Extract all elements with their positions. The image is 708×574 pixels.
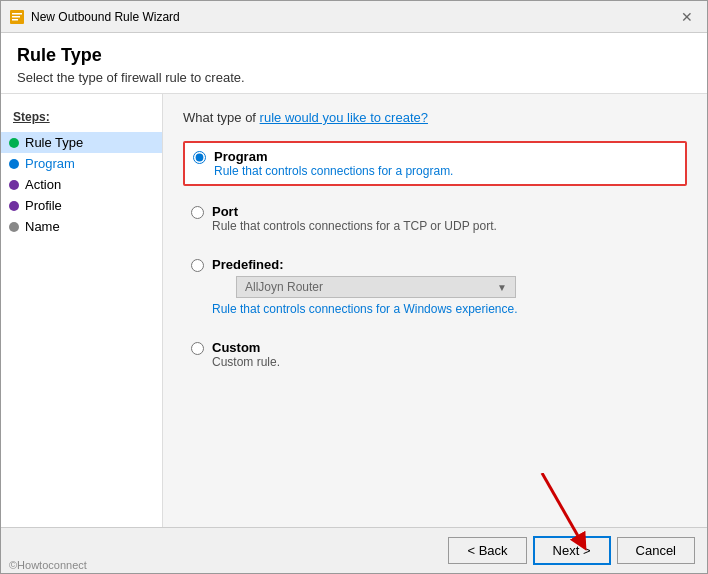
sidebar: Steps: Rule Type Program Action Profile … xyxy=(1,94,163,527)
option-port: Port Rule that controls connections for … xyxy=(183,198,687,239)
option-custom-desc: Custom rule. xyxy=(212,355,280,369)
footer: ©Howtoconnect < Back Next > Cancel xyxy=(1,527,707,573)
sidebar-label-action: Action xyxy=(25,177,61,192)
title-bar: New Outbound Rule Wizard ✕ xyxy=(1,1,707,33)
header-area: Rule Type Select the type of firewall ru… xyxy=(1,33,707,94)
option-group: Program Rule that controls connections f… xyxy=(183,141,687,375)
next-button[interactable]: Next > xyxy=(533,536,611,565)
wizard-window: New Outbound Rule Wizard ✕ Rule Type Sel… xyxy=(0,0,708,574)
option-predefined-desc: Rule that controls connections for a Win… xyxy=(212,302,518,316)
predefined-select: AllJoyn Router ▼ xyxy=(236,276,518,298)
sidebar-item-action[interactable]: Action xyxy=(1,174,162,195)
option-custom-label: Custom xyxy=(212,340,280,355)
option-port-desc: Rule that controls connections for a TCP… xyxy=(212,219,497,233)
option-predefined-label: Predefined: xyxy=(212,257,518,272)
radio-port[interactable] xyxy=(191,206,204,219)
option-predefined-content: Predefined: AllJoyn Router ▼ Rule that c… xyxy=(212,257,518,316)
option-port-label: Port xyxy=(212,204,497,219)
content-area: Steps: Rule Type Program Action Profile … xyxy=(1,94,707,527)
option-program-content: Program Rule that controls connections f… xyxy=(214,149,453,178)
sidebar-label-profile: Profile xyxy=(25,198,62,213)
svg-rect-3 xyxy=(12,19,18,21)
windows-link: Windows xyxy=(403,302,452,316)
sidebar-item-rule-type[interactable]: Rule Type xyxy=(1,132,162,153)
radio-program[interactable] xyxy=(193,151,206,164)
step-indicator-program xyxy=(9,159,19,169)
sidebar-item-profile[interactable]: Profile xyxy=(1,195,162,216)
cancel-button[interactable]: Cancel xyxy=(617,537,695,564)
predefined-dropdown-value: AllJoyn Router xyxy=(245,280,323,294)
svg-rect-1 xyxy=(12,13,22,15)
sidebar-label-rule-type: Rule Type xyxy=(25,135,83,150)
option-custom: Custom Custom rule. xyxy=(183,334,687,375)
option-custom-content: Custom Custom rule. xyxy=(212,340,280,369)
radio-predefined[interactable] xyxy=(191,259,204,272)
question-highlight: rule would you like to create? xyxy=(260,110,428,125)
window-icon xyxy=(9,9,25,25)
option-program: Program Rule that controls connections f… xyxy=(183,141,687,186)
sidebar-item-program[interactable]: Program xyxy=(1,153,162,174)
page-subtitle: Select the type of firewall rule to crea… xyxy=(17,70,691,85)
sidebar-label-program: Program xyxy=(25,156,75,171)
predefined-dropdown[interactable]: AllJoyn Router ▼ xyxy=(236,276,516,298)
step-indicator-rule-type xyxy=(9,138,19,148)
svg-rect-2 xyxy=(12,16,20,18)
main-panel: What type of rule would you like to crea… xyxy=(163,94,707,527)
step-indicator-profile xyxy=(9,201,19,211)
steps-label: Steps: xyxy=(1,106,162,132)
radio-custom[interactable] xyxy=(191,342,204,355)
option-program-desc: Rule that controls connections for a pro… xyxy=(214,164,453,178)
back-button[interactable]: < Back xyxy=(448,537,526,564)
chevron-down-icon: ▼ xyxy=(497,282,507,293)
close-button[interactable]: ✕ xyxy=(675,5,699,29)
step-indicator-action xyxy=(9,180,19,190)
option-port-content: Port Rule that controls connections for … xyxy=(212,204,497,233)
option-predefined: Predefined: AllJoyn Router ▼ Rule that c… xyxy=(183,251,687,322)
page-title: Rule Type xyxy=(17,45,691,66)
step-indicator-name xyxy=(9,222,19,232)
option-program-label: Program xyxy=(214,149,453,164)
watermark: ©Howtoconnect xyxy=(9,559,87,571)
window-title: New Outbound Rule Wizard xyxy=(31,10,675,24)
question-text: What type of rule would you like to crea… xyxy=(183,110,687,125)
sidebar-label-name: Name xyxy=(25,219,60,234)
sidebar-item-name[interactable]: Name xyxy=(1,216,162,237)
